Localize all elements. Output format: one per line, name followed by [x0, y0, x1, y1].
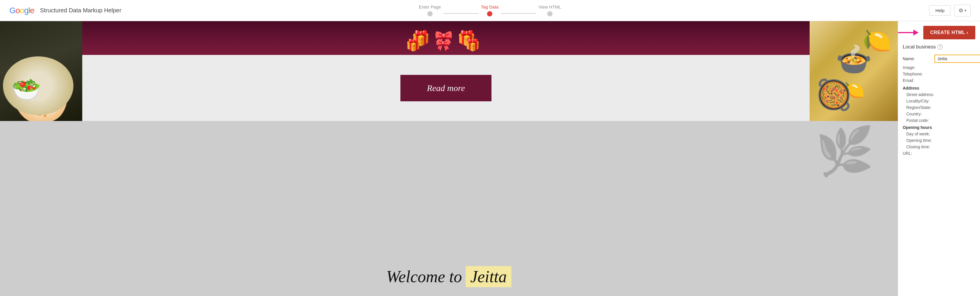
street-label: Street address:: [903, 92, 941, 97]
telephone-label: Telephone:: [903, 72, 938, 76]
arrow-indicator: [898, 30, 919, 35]
name-label: Name:: [903, 56, 932, 61]
logo-g2: g: [24, 6, 29, 15]
step-line-2-wrapper: [498, 10, 538, 11]
email-label: Email:: [903, 78, 938, 83]
step-dot-view: [547, 11, 552, 16]
read-more-section: Read more: [82, 55, 810, 121]
day-label: Day of week:: [903, 132, 941, 136]
day-field-row: Day of week:: [903, 132, 975, 136]
region-label: Region/State:: [903, 105, 941, 110]
step-label-tag: Tag Data: [481, 5, 498, 10]
restaurant-name-highlight: Jeitta: [466, 266, 511, 287]
panel-section-title: Local business ?: [903, 44, 975, 50]
food-emoji-left: 🥙: [12, 74, 70, 121]
locality-field-row: Locality/City:: [903, 99, 975, 103]
plant-illustration: 🌿: [816, 124, 874, 179]
name-input[interactable]: [934, 55, 980, 63]
step-label-enter: Enter Page: [419, 5, 441, 10]
logo-o2: o: [20, 6, 24, 15]
right-panel: CREATE HTML › Local business ? Name: ✕ I…: [898, 21, 980, 296]
region-field-row: Region/State:: [903, 105, 975, 110]
panel-content: Local business ? Name: ✕ Image: Telephon…: [898, 44, 980, 162]
opening-time-label: Opening time:: [903, 138, 941, 143]
welcome-text: Welcome to: [386, 267, 462, 286]
progress-steps: Enter Page Tag Data View HTML: [419, 5, 561, 16]
gift-decorations: 🎁🎀🎁: [412, 30, 480, 47]
step-enter-page: Enter Page: [419, 5, 441, 16]
section-title-text: Local business: [903, 44, 935, 50]
image-label: Image:: [903, 65, 938, 70]
chevron-down-icon: ▾: [964, 8, 966, 13]
telephone-field-row: Telephone:: [903, 72, 975, 76]
step-label-view: View HTML: [538, 5, 561, 10]
step-line-2: [501, 13, 536, 14]
url-field-row: URL:: [903, 151, 975, 156]
logo-e: e: [30, 6, 34, 15]
welcome-area: Welcome to Jeitta: [386, 266, 511, 287]
create-html-button[interactable]: CREATE HTML ›: [923, 26, 975, 39]
settings-button[interactable]: ⚙ ▾: [954, 5, 970, 16]
logo-g: G: [10, 6, 16, 15]
read-more-button[interactable]: Read more: [400, 75, 492, 101]
postal-field-row: Postal code:: [903, 118, 975, 123]
step-line-1: [443, 13, 479, 14]
opening-time-field-row: Opening time:: [903, 138, 975, 143]
section-help-icon[interactable]: ?: [937, 45, 943, 49]
step-tag-data: Tag Data: [481, 5, 498, 16]
food-image-right: 🍲 🍋: [810, 21, 898, 121]
food-image-center-top: 🎁🎀🎁: [82, 21, 810, 55]
step-dot-tag: [487, 11, 492, 16]
email-field-row: Email:: [903, 78, 975, 83]
closing-time-label: Closing time:: [903, 145, 941, 149]
page-preview: 🥙 🎁🎀🎁 Read more 🍲 🍋 🌿: [0, 21, 898, 296]
header: Google Structured Data Markup Helper Ent…: [0, 0, 980, 21]
gear-icon: ⚙: [959, 7, 963, 14]
step-view-html: View HTML: [538, 5, 561, 16]
opening-hours-heading: Opening hours: [903, 125, 975, 130]
logo-o1: o: [16, 6, 20, 15]
create-html-area: CREATE HTML ›: [898, 21, 980, 44]
arrow-shaft: [898, 32, 913, 33]
name-field-row: Name: ✕: [903, 55, 975, 63]
street-field-row: Street address:: [903, 92, 975, 97]
help-button[interactable]: Help: [929, 5, 951, 16]
address-heading: Address: [903, 86, 975, 91]
food-emoji-right1: 🍲: [835, 42, 872, 76]
food-image-center: 🎁🎀🎁 Read more: [82, 21, 810, 121]
step-dot-enter: [427, 11, 433, 16]
postal-label: Postal code:: [903, 118, 941, 123]
country-field-row: Country:: [903, 111, 975, 116]
page-bottom: 🌿 Welcome to Jeitta: [0, 121, 898, 296]
food-image-left: 🥙: [0, 21, 82, 121]
header-left: Google Structured Data Markup Helper: [10, 6, 121, 15]
url-label: URL:: [903, 151, 938, 156]
food-emoji-right2: 🍋: [843, 80, 865, 100]
app-title: Structured Data Markup Helper: [40, 7, 121, 14]
step-line-1-wrapper: [441, 10, 481, 11]
image-field-row: Image:: [903, 65, 975, 70]
locality-label: Locality/City:: [903, 99, 941, 103]
arrow-head: [913, 30, 919, 35]
closing-time-field-row: Closing time:: [903, 145, 975, 149]
food-images-strip: 🥙 🎁🎀🎁 Read more 🍲 🍋: [0, 21, 898, 121]
main-area: 🥙 🎁🎀🎁 Read more 🍲 🍋 🌿: [0, 21, 980, 296]
header-right: Help ⚙ ▾: [929, 5, 970, 16]
country-label: Country:: [903, 111, 941, 116]
google-logo: Google: [10, 6, 34, 15]
